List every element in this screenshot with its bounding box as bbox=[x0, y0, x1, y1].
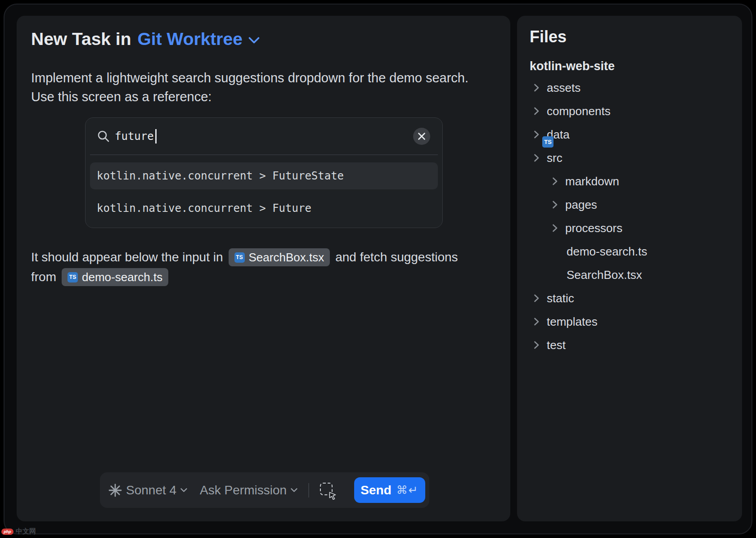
tree-item-label: pages bbox=[565, 198, 597, 212]
tree-item-label: components bbox=[547, 104, 611, 118]
select-region-button[interactable] bbox=[320, 483, 335, 498]
task-description: Implement a lightweight search suggestio… bbox=[31, 68, 468, 106]
reference-note-text: from bbox=[31, 270, 56, 284]
tree-item-SearchBox.tsx[interactable]: TSSearchBox.tsx bbox=[530, 263, 736, 287]
typescript-icon: TS bbox=[542, 136, 554, 148]
search-icon bbox=[97, 130, 110, 143]
close-icon bbox=[418, 132, 426, 140]
tree-item-src[interactable]: src bbox=[530, 146, 736, 170]
files-panel-title: Files bbox=[530, 27, 567, 46]
search-suggestion[interactable]: kotlin.native.concurrent > FutureState bbox=[90, 162, 438, 189]
task-description-line2: Use this screen as a reference: bbox=[31, 87, 468, 106]
task-description-line1: Implement a lightweight search suggestio… bbox=[31, 68, 468, 87]
file-tree-root[interactable]: kotlin-web-site bbox=[530, 59, 615, 73]
worktree-selector[interactable]: Git Worktree bbox=[138, 29, 260, 49]
chevron-right-icon bbox=[534, 130, 539, 139]
chevron-right-icon bbox=[552, 201, 558, 209]
file-chip-label: SearchBox.tsx bbox=[249, 251, 324, 265]
page-title-prefix: New Task in bbox=[31, 29, 131, 49]
php-logo: php bbox=[1, 529, 14, 535]
chevron-down-icon bbox=[291, 488, 297, 493]
file-chip-label: demo-search.ts bbox=[82, 270, 162, 284]
search-suggestion[interactable]: kotlin.native.concurrent > Future bbox=[90, 195, 438, 222]
tree-item-pages[interactable]: pages bbox=[530, 193, 736, 216]
chevron-right-icon bbox=[534, 107, 539, 115]
tree-item-test[interactable]: test bbox=[530, 333, 736, 357]
files-panel: Files kotlin-web-site assetscomponentsda… bbox=[517, 16, 742, 521]
tree-item-label: processors bbox=[565, 221, 622, 235]
typescript-icon: TS bbox=[234, 252, 245, 263]
composer-toolbar: Sonnet 4 Ask Permission Send ⌘↵ bbox=[100, 472, 429, 508]
search-query-text: future bbox=[115, 130, 154, 143]
file-chip-demo-search[interactable]: TS demo-search.ts bbox=[62, 268, 168, 286]
tree-item-label: markdown bbox=[565, 175, 619, 188]
suggestion-list: kotlin.native.concurrent > FutureStateko… bbox=[90, 162, 438, 222]
tree-item-label: demo-search.ts bbox=[567, 245, 647, 259]
cursor-arrow-icon bbox=[329, 492, 337, 500]
tree-item-label: src bbox=[547, 151, 562, 165]
divider bbox=[90, 154, 438, 155]
tree-item-data[interactable]: data bbox=[530, 123, 736, 146]
search-reference-card: future kotlin.native.concurrent > Future… bbox=[85, 117, 443, 228]
file-tree: assetscomponentsdatasrcmarkdownpagesproc… bbox=[530, 76, 736, 357]
tree-item-static[interactable]: static bbox=[530, 287, 736, 310]
tree-item-processors[interactable]: processors bbox=[530, 216, 736, 240]
worktree-selector-label: Git Worktree bbox=[138, 29, 243, 49]
text-cursor bbox=[155, 129, 157, 143]
typescript-icon: TS bbox=[68, 272, 78, 282]
file-chip-searchbox[interactable]: TS SearchBox.tsx bbox=[229, 248, 330, 266]
send-button-label: Send bbox=[360, 483, 391, 498]
send-button[interactable]: Send ⌘↵ bbox=[354, 477, 425, 503]
chevron-right-icon bbox=[534, 341, 539, 349]
chevron-right-icon bbox=[534, 84, 539, 92]
new-task-panel: New Task in Git Worktree Implement a lig… bbox=[17, 16, 510, 521]
chevron-right-icon bbox=[534, 154, 539, 162]
model-selector[interactable]: Sonnet 4 bbox=[108, 483, 187, 498]
chevron-right-icon bbox=[534, 318, 539, 326]
tree-item-label: SearchBox.tsx bbox=[567, 268, 642, 282]
app-window: New Task in Git Worktree Implement a lig… bbox=[4, 4, 752, 534]
tree-item-components[interactable]: components bbox=[530, 99, 736, 123]
watermark: php 中文网 bbox=[1, 527, 36, 536]
search-input[interactable]: future bbox=[86, 118, 442, 154]
tree-item-demo-search.ts[interactable]: TSdemo-search.ts bbox=[530, 240, 736, 263]
watermark-text: 中文网 bbox=[16, 527, 36, 536]
clear-search-button[interactable] bbox=[413, 128, 430, 145]
chevron-right-icon bbox=[534, 294, 539, 302]
send-shortcut: ⌘↵ bbox=[396, 484, 419, 497]
tree-item-label: static bbox=[547, 291, 574, 305]
tree-item-label: templates bbox=[547, 315, 598, 329]
permission-selector[interactable]: Ask Permission bbox=[200, 483, 297, 498]
reference-note: It should appear below the input in TS S… bbox=[31, 247, 458, 287]
chevron-right-icon bbox=[552, 177, 558, 185]
chevron-down-icon bbox=[248, 37, 260, 44]
chevron-down-icon bbox=[180, 488, 187, 493]
chevron-right-icon bbox=[552, 224, 558, 232]
tree-item-label: test bbox=[547, 338, 566, 352]
tree-item-templates[interactable]: templates bbox=[530, 310, 736, 333]
spark-icon bbox=[108, 484, 122, 497]
reference-note-text: and fetch suggestions bbox=[335, 250, 458, 265]
tree-item-markdown[interactable]: markdown bbox=[530, 170, 736, 193]
permission-selector-label: Ask Permission bbox=[200, 483, 287, 498]
model-selector-label: Sonnet 4 bbox=[126, 483, 176, 498]
reference-note-text: It should appear below the input in bbox=[31, 250, 223, 265]
tree-item-assets[interactable]: assets bbox=[530, 76, 736, 99]
tree-item-label: assets bbox=[547, 81, 580, 95]
divider bbox=[308, 483, 309, 498]
page-title: New Task in Git Worktree bbox=[31, 29, 260, 49]
